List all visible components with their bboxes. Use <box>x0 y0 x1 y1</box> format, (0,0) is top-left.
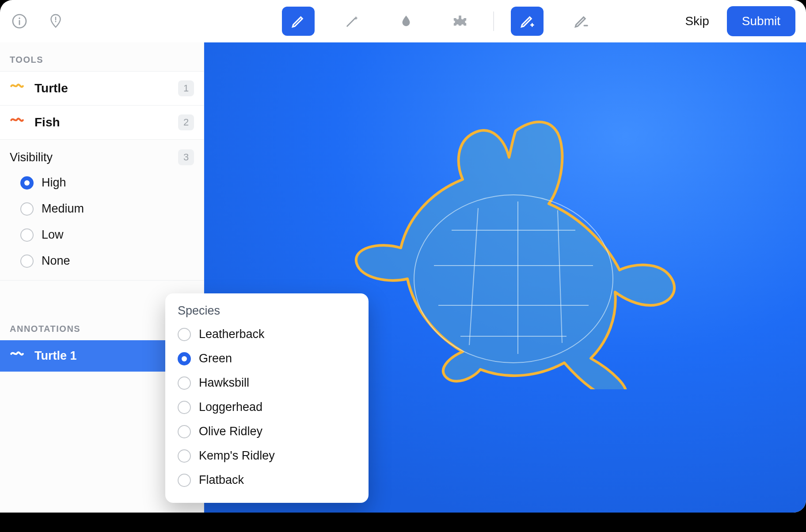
svg-point-1 <box>19 17 20 19</box>
shortcut-badge: 3 <box>178 149 194 165</box>
squiggle-icon <box>10 116 25 129</box>
remove-stroke-button[interactable] <box>565 7 597 36</box>
species-option-leatherback[interactable]: Leatherback <box>165 322 369 346</box>
visibility-option-none[interactable]: None <box>0 248 204 274</box>
tool-row-fish[interactable]: Fish 2 <box>0 106 204 140</box>
species-option-loggerhead[interactable]: Loggerhead <box>165 395 369 419</box>
radio-icon <box>178 376 191 390</box>
species-option-kemps-ridley[interactable]: Kemp's Ridley <box>165 444 369 468</box>
species-popup-title: Species <box>165 304 369 322</box>
svg-point-2 <box>55 21 57 22</box>
radio-icon <box>178 425 191 438</box>
radio-label: Medium <box>42 202 84 216</box>
toolbar-tools <box>196 7 683 36</box>
radio-label: Leatherback <box>199 327 265 341</box>
visibility-title: Visibility <box>10 151 178 164</box>
radio-label: Flatback <box>199 473 244 487</box>
puzzle-tool-button[interactable] <box>444 7 476 36</box>
species-option-olive-ridley[interactable]: Olive Ridley <box>165 419 369 444</box>
radio-icon <box>20 202 34 216</box>
radio-label: Kemp's Ridley <box>199 449 275 463</box>
radio-icon <box>20 176 34 190</box>
tool-row-turtle[interactable]: Turtle 1 <box>0 71 204 106</box>
visibility-block: Visibility 3 High Medium Low None <box>0 140 204 281</box>
tool-label: Fish <box>34 115 168 129</box>
radio-icon <box>178 352 191 365</box>
radio-label: Loggerhead <box>199 400 262 414</box>
radio-label: High <box>42 176 66 190</box>
species-option-hawksbill[interactable]: Hawksbill <box>165 371 369 395</box>
species-option-green[interactable]: Green <box>165 346 369 371</box>
visibility-header: Visibility 3 <box>0 140 204 170</box>
species-popup: Species Leatherback Green Hawksbill Logg… <box>165 293 369 503</box>
add-stroke-button[interactable] <box>511 7 544 36</box>
blur-tool-button[interactable] <box>390 7 422 36</box>
shortcut-badge: 2 <box>178 114 194 130</box>
topbar: Skip Submit <box>0 0 806 42</box>
toolbar-divider <box>493 11 494 31</box>
skip-button[interactable]: Skip <box>683 11 711 32</box>
radio-icon <box>178 449 191 463</box>
radio-label: Low <box>42 228 64 242</box>
radio-icon <box>178 328 191 341</box>
tools-section-header: TOOLS <box>0 42 204 71</box>
issue-icon[interactable] <box>47 12 65 30</box>
squiggle-icon <box>10 350 25 363</box>
topbar-left <box>11 12 196 30</box>
magic-wand-tool-button[interactable] <box>336 7 369 36</box>
radio-icon <box>178 474 191 487</box>
topbar-right: Skip Submit <box>683 6 795 36</box>
tool-label: Turtle <box>34 81 168 95</box>
visibility-option-medium[interactable]: Medium <box>0 196 204 222</box>
species-option-flatback[interactable]: Flatback <box>165 468 369 492</box>
radio-label: None <box>42 254 70 268</box>
visibility-option-low[interactable]: Low <box>0 222 204 248</box>
shortcut-badge: 1 <box>178 80 194 96</box>
squiggle-icon <box>10 82 25 95</box>
submit-button[interactable]: Submit <box>727 6 795 36</box>
radio-icon <box>20 255 34 268</box>
radio-icon <box>20 228 34 242</box>
draw-tool-button[interactable] <box>282 7 315 36</box>
radio-label: Olive Ridley <box>199 425 262 438</box>
annotation-label: Turtle 1 <box>34 349 77 363</box>
visibility-option-high[interactable]: High <box>0 170 204 196</box>
radio-label: Hawksbill <box>199 376 249 390</box>
radio-icon <box>178 401 191 414</box>
radio-label: Green <box>199 352 232 365</box>
app-window: Skip Submit TOOLS Turtle 1 Fish 2 Visibi… <box>0 0 806 513</box>
info-icon[interactable] <box>11 12 28 30</box>
turtle-annotation-outline[interactable] <box>341 115 686 389</box>
content: TOOLS Turtle 1 Fish 2 Visibility 3 High <box>0 42 806 513</box>
